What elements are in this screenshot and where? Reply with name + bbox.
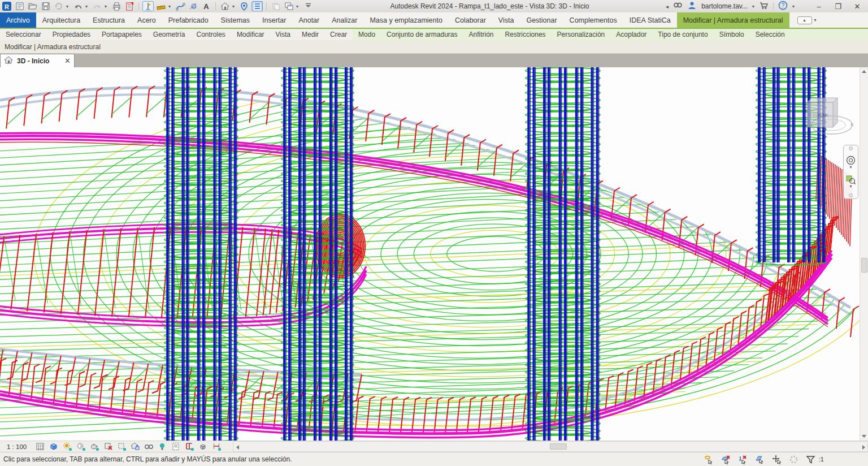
new-file-icon[interactable] bbox=[14, 1, 25, 11]
visual-style-icon[interactable] bbox=[48, 442, 59, 451]
temp-view-properties-icon[interactable] bbox=[170, 442, 181, 451]
navbar-end-icon[interactable] bbox=[849, 193, 853, 197]
panel-crear[interactable]: Crear bbox=[324, 29, 353, 40]
undo-icon[interactable] bbox=[72, 1, 84, 11]
restore-button[interactable]: ❐ bbox=[831, 2, 845, 11]
select-underlay-icon[interactable] bbox=[721, 454, 732, 464]
vertical-scroll-thumb[interactable] bbox=[861, 258, 867, 273]
ribbon-tab-anotar[interactable]: Anotar bbox=[292, 12, 326, 28]
panel-medir[interactable]: Medir bbox=[296, 29, 324, 40]
measure-icon[interactable] bbox=[155, 1, 167, 11]
scroll-down-icon[interactable] bbox=[860, 432, 868, 441]
ribbon-tab-arquitectura[interactable]: Arquitectura bbox=[36, 12, 86, 28]
text-icon[interactable]: A bbox=[201, 1, 212, 11]
sync-icon[interactable] bbox=[53, 1, 64, 11]
reveal-constraints-icon[interactable] bbox=[211, 442, 222, 451]
progress-indicator-icon[interactable] bbox=[788, 454, 800, 464]
ribbon-tab-colaborar[interactable]: Colaborar bbox=[449, 12, 492, 28]
selection-filter-icon[interactable] bbox=[805, 454, 817, 464]
sun-path-icon[interactable] bbox=[62, 442, 73, 451]
panel-controles[interactable]: Controles bbox=[191, 29, 231, 40]
ribbon-tab-vista[interactable]: Vista bbox=[492, 12, 520, 28]
panel-propiedades[interactable]: Propiedades bbox=[47, 29, 96, 40]
steering-wheel-icon[interactable] bbox=[846, 155, 856, 165]
panel-tipo-de-conjunto[interactable]: Tipo de conjunto bbox=[652, 29, 713, 40]
panel-restricciones[interactable]: Restricciones bbox=[500, 29, 552, 40]
locked-3d-icon[interactable] bbox=[129, 442, 141, 451]
collapse-search-icon[interactable]: ◂ bbox=[666, 3, 669, 10]
signed-in-user[interactable]: bartolome.tav... bbox=[701, 2, 748, 10]
select-links-icon[interactable] bbox=[704, 454, 715, 464]
displacement-sets-icon[interactable] bbox=[197, 442, 209, 451]
app-store-cart-icon[interactable] bbox=[759, 1, 769, 12]
ribbon-tab-analizar[interactable]: Analizar bbox=[326, 12, 363, 28]
wheel-menu-chevron-icon[interactable]: ▼ bbox=[849, 165, 853, 170]
help-menu-chevron-icon[interactable]: ▾ bbox=[792, 4, 795, 9]
revit-logo-icon[interactable]: R bbox=[1, 1, 12, 11]
temporary-hide-icon[interactable] bbox=[143, 442, 154, 451]
ribbon-tab-modificar-armadura-estructural[interactable]: Modificar | Armadura estructural bbox=[677, 12, 789, 28]
rendering-icon[interactable] bbox=[89, 442, 100, 451]
navigation-bar[interactable]: ▼ ▼ bbox=[843, 145, 858, 199]
panel-conjunto-de-armaduras[interactable]: Conjunto de armaduras bbox=[381, 29, 463, 40]
redo-icon[interactable] bbox=[92, 1, 103, 11]
help-icon[interactable]: ? bbox=[778, 1, 788, 12]
panel-vista[interactable]: Vista bbox=[270, 29, 296, 40]
customize-icon[interactable] bbox=[302, 1, 314, 11]
panel-selecci-n[interactable]: Selección bbox=[750, 29, 791, 40]
shadows-icon[interactable] bbox=[75, 442, 86, 451]
dimension-icon[interactable]: 10 bbox=[188, 1, 199, 11]
panel-acoplador[interactable]: Acoplador bbox=[610, 29, 652, 40]
schedule-icon[interactable] bbox=[124, 1, 135, 11]
view-tab-close-icon[interactable]: ✕ bbox=[64, 57, 71, 65]
ribbon-tab-estructura[interactable]: Estructura bbox=[86, 12, 131, 28]
panel-s-mbolo[interactable]: Símbolo bbox=[714, 29, 750, 40]
open-file-icon[interactable] bbox=[27, 1, 38, 11]
user-avatar-icon[interactable] bbox=[687, 1, 697, 12]
spline-icon[interactable] bbox=[175, 1, 186, 11]
view-scale-button[interactable]: 1 : 100 bbox=[6, 443, 32, 450]
analytical-model-icon[interactable] bbox=[184, 442, 195, 451]
zoom-menu-chevron-icon[interactable]: ▼ bbox=[849, 184, 853, 189]
ribbon-tab-prefabricado[interactable]: Prefabricado bbox=[162, 12, 215, 28]
navbar-handle-icon[interactable] bbox=[849, 146, 853, 150]
crop-region-icon[interactable] bbox=[116, 442, 127, 451]
dropdown-chevron-icon[interactable]: ▾ bbox=[85, 4, 90, 9]
panel-modificar[interactable]: Modificar bbox=[231, 29, 270, 40]
panel-modo[interactable]: Modo bbox=[353, 29, 381, 40]
horizontal-scroll-track[interactable] bbox=[241, 442, 860, 451]
ribbon-tab-masa-y-emplazamiento[interactable]: Masa y emplazamiento bbox=[363, 12, 449, 28]
panel-seleccionar[interactable]: Seleccionar bbox=[0, 29, 47, 40]
ribbon-tab-acero[interactable]: Acero bbox=[131, 12, 162, 28]
copy-disabled-icon[interactable] bbox=[270, 1, 281, 11]
horizontal-scrollbar[interactable] bbox=[233, 441, 868, 452]
ribbon-display-toggle[interactable]: ▲▾ bbox=[797, 12, 817, 28]
save-icon[interactable] bbox=[40, 1, 51, 11]
view-tab-3d-inicio[interactable]: 3D - Inicio ✕ bbox=[0, 54, 75, 67]
dropdown-chevron-icon[interactable]: ▾ bbox=[296, 4, 301, 9]
print-icon[interactable] bbox=[111, 1, 122, 11]
ribbon-tab-archivo[interactable]: Archivo bbox=[0, 12, 36, 28]
ribbon-tab-insertar[interactable]: Insertar bbox=[256, 12, 292, 28]
ribbon-tab-idea-statica[interactable]: IDEA StatiCa bbox=[623, 12, 677, 28]
dropdown-chevron-icon[interactable]: ▾ bbox=[232, 4, 237, 9]
switch-windows-icon[interactable] bbox=[283, 1, 294, 11]
scroll-right-icon[interactable] bbox=[860, 442, 867, 452]
select-by-face-icon[interactable] bbox=[754, 454, 766, 464]
3d-view-canvas[interactable] bbox=[0, 67, 860, 441]
select-pinned-icon[interactable] bbox=[737, 454, 749, 464]
minimize-button[interactable]: – bbox=[811, 2, 826, 11]
reveal-hidden-icon[interactable] bbox=[157, 442, 168, 451]
ribbon-tab-gestionar[interactable]: Gestionar bbox=[520, 12, 563, 28]
section-pin-icon[interactable] bbox=[142, 1, 154, 11]
dropdown-chevron-icon[interactable]: ▾ bbox=[66, 4, 71, 9]
user-menu-chevron-icon[interactable]: ▾ bbox=[752, 4, 754, 9]
panel-personalizaci-n[interactable]: Personalización bbox=[552, 29, 611, 40]
panel-geometr-a[interactable]: Geometría bbox=[147, 29, 191, 40]
panel-anfitri-n[interactable]: Anfitrión bbox=[463, 29, 500, 40]
scroll-left-icon[interactable] bbox=[233, 442, 241, 452]
horizontal-scroll-thumb[interactable] bbox=[550, 443, 567, 450]
search-icon[interactable] bbox=[673, 1, 683, 12]
ribbon-tab-complementos[interactable]: Complementos bbox=[563, 12, 623, 28]
ribbon-tab-sistemas[interactable]: Sistemas bbox=[215, 12, 256, 28]
